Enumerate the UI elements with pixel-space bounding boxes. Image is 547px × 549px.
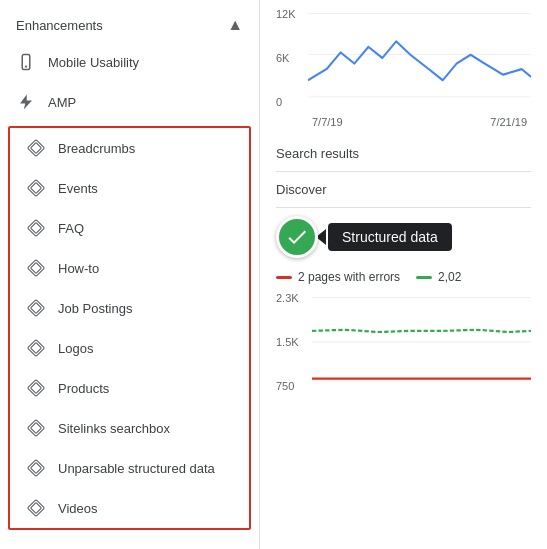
svg-rect-22 <box>31 503 42 514</box>
sidebar-item-events[interactable]: Events <box>10 168 249 208</box>
sidebar: Enhancements ▲ Mobile Usability AMP <box>0 0 260 549</box>
legend-errors: 2 pages with errors <box>276 270 400 284</box>
sidebar-item-mobile-usability[interactable]: Mobile Usability <box>0 42 259 82</box>
diamond-icon-events <box>26 178 46 198</box>
amp-label: AMP <box>48 95 76 110</box>
videos-label: Videos <box>58 501 98 516</box>
svg-rect-9 <box>28 260 45 277</box>
products-label: Products <box>58 381 109 396</box>
search-results-label: Search results <box>276 146 359 161</box>
svg-rect-3 <box>28 140 45 157</box>
bottom-y-labels: 2.3K 1.5K 750 <box>276 292 308 392</box>
legend-green-line <box>416 276 432 279</box>
events-label: Events <box>58 181 98 196</box>
top-chart-svg-container <box>308 8 531 108</box>
svg-rect-12 <box>31 303 42 314</box>
svg-rect-11 <box>28 300 45 317</box>
logos-label: Logos <box>58 341 93 356</box>
diamond-icon-videos <box>26 498 46 518</box>
chevron-up-icon: ▲ <box>227 16 243 34</box>
y-label-1-5k: 1.5K <box>276 336 308 348</box>
sidebar-item-products[interactable]: Products <box>10 368 249 408</box>
legend-errors-label: 2 pages with errors <box>298 270 400 284</box>
breadcrumbs-label: Breadcrumbs <box>58 141 135 156</box>
bolt-icon <box>16 92 36 112</box>
svg-rect-19 <box>28 460 45 477</box>
discover-label: Discover <box>276 182 327 197</box>
sidebar-item-faq[interactable]: FAQ <box>10 208 249 248</box>
y-label-2-3k: 2.3K <box>276 292 308 304</box>
svg-rect-4 <box>31 143 42 154</box>
check-circle <box>276 216 318 258</box>
enhancements-section-header[interactable]: Enhancements ▲ <box>0 8 259 42</box>
sidebar-item-job-postings[interactable]: Job Postings <box>10 288 249 328</box>
svg-rect-5 <box>28 180 45 197</box>
top-y-labels: 12K 6K 0 <box>276 8 304 108</box>
top-x-labels: 7/7/19 7/21/19 <box>308 116 531 128</box>
svg-rect-7 <box>28 220 45 237</box>
bottom-chart-svg-container <box>312 292 531 392</box>
diamond-icon-logos <box>26 338 46 358</box>
y-label-750: 750 <box>276 380 308 392</box>
svg-marker-2 <box>20 95 32 110</box>
top-chart: 12K 6K 0 7/7/19 7/21/19 <box>276 8 531 128</box>
diamond-icon-unparsable <box>26 458 46 478</box>
sitelinks-label: Sitelinks searchbox <box>58 421 170 436</box>
legend-valid: 2,02 <box>416 270 461 284</box>
sidebar-item-videos[interactable]: Videos <box>10 488 249 528</box>
diamond-icon-breadcrumbs <box>26 138 46 158</box>
discover-row[interactable]: Discover <box>276 172 531 208</box>
svg-rect-16 <box>31 383 42 394</box>
howto-label: How-to <box>58 261 99 276</box>
legend-valid-label: 2,02 <box>438 270 461 284</box>
y-label-0: 0 <box>276 96 304 108</box>
sidebar-item-amp[interactable]: AMP <box>0 82 259 122</box>
mobile-usability-label: Mobile Usability <box>48 55 139 70</box>
main-panel: 12K 6K 0 7/7/19 7/21/19 Search results D… <box>260 0 547 549</box>
diamond-icon-products <box>26 378 46 398</box>
svg-rect-17 <box>28 420 45 437</box>
diamond-icon-faq <box>26 218 46 238</box>
svg-rect-20 <box>31 463 42 474</box>
y-label-12k: 12K <box>276 8 304 20</box>
sidebar-item-logos[interactable]: Logos <box>10 328 249 368</box>
search-results-row[interactable]: Search results <box>276 136 531 172</box>
sidebar-item-breadcrumbs[interactable]: Breadcrumbs <box>10 128 249 168</box>
bottom-chart: 2.3K 1.5K 750 <box>276 292 531 392</box>
svg-rect-6 <box>31 183 42 194</box>
x-label-7-7: 7/7/19 <box>312 116 343 128</box>
diamond-icon-job-postings <box>26 298 46 318</box>
legend-red-line <box>276 276 292 279</box>
job-postings-label: Job Postings <box>58 301 132 316</box>
tooltip-text: Structured data <box>328 223 452 251</box>
sidebar-item-sitelinks[interactable]: Sitelinks searchbox <box>10 408 249 448</box>
faq-label: FAQ <box>58 221 84 236</box>
y-label-6k: 6K <box>276 52 304 64</box>
mobile-icon <box>16 52 36 72</box>
sidebar-item-howto[interactable]: How-to <box>10 248 249 288</box>
sidebar-item-unparsable[interactable]: Unparsable structured data <box>10 448 249 488</box>
svg-rect-14 <box>31 343 42 354</box>
x-label-7-21: 7/21/19 <box>490 116 527 128</box>
svg-rect-10 <box>31 263 42 274</box>
svg-rect-18 <box>31 423 42 434</box>
section-title: Enhancements <box>16 18 103 33</box>
svg-rect-13 <box>28 340 45 357</box>
diamond-icon-howto <box>26 258 46 278</box>
enhancements-box: Breadcrumbs Events FAQ <box>8 126 251 530</box>
diamond-icon-sitelinks <box>26 418 46 438</box>
svg-rect-8 <box>31 223 42 234</box>
svg-rect-21 <box>28 500 45 517</box>
svg-rect-15 <box>28 380 45 397</box>
structured-data-tooltip: Structured data <box>276 216 531 258</box>
unparsable-label: Unparsable structured data <box>58 461 215 476</box>
chart-legend: 2 pages with errors 2,02 <box>276 270 531 284</box>
